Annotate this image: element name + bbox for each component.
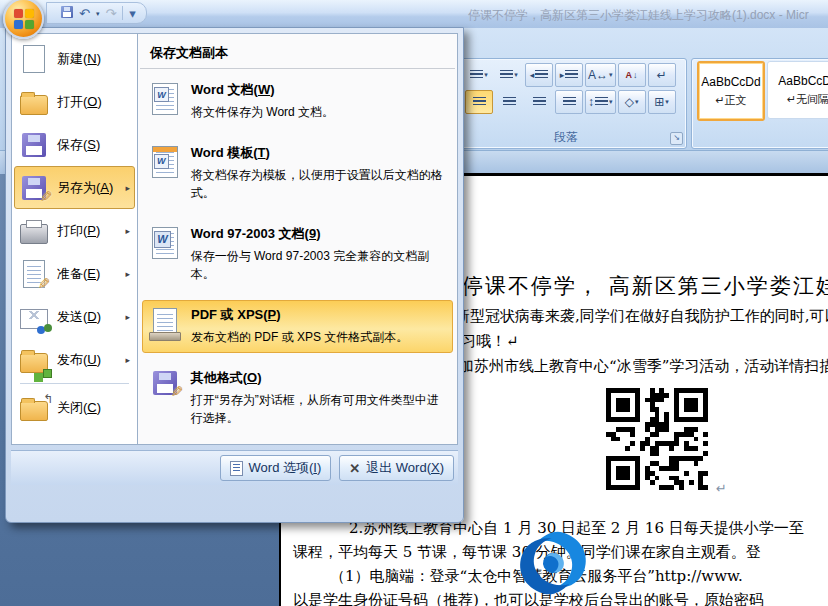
- submenu-arrow-icon: ▸: [125, 226, 130, 236]
- submenu-item-pdf-xps[interactable]: PDF 或 XPS(P) 发布文档的 PDF 或 XPS 文件格式副本。: [142, 300, 453, 353]
- increase-indent-button[interactable]: ▸: [555, 63, 583, 87]
- new-document-icon: [19, 45, 49, 73]
- submenu-item-word-template[interactable]: W Word 模板(T) 将文档保存为模板，以便用于设置以后文档的格式。: [142, 138, 453, 209]
- printer-icon: [19, 218, 49, 244]
- menu-item-new[interactable]: 新建(N): [14, 37, 135, 80]
- submenu-arrow-icon: ▸: [125, 183, 130, 193]
- close-folder-icon: ↰: [19, 395, 49, 421]
- styles-group: AaBbCcDd ↵正文 AaBbCcDd ↵无间隔: [691, 58, 828, 149]
- save-floppy-icon: [19, 133, 49, 157]
- paragraph-group: ▾ ▾ ◂ ▸ A↔▾ A↓ ↵ ↕▾ ◇▾ ⊞▾ 段落 ↘: [459, 58, 687, 149]
- prepare-icon: ✎: [19, 260, 49, 288]
- pdf-xps-icon: [149, 306, 181, 347]
- publish-icon: [19, 347, 49, 373]
- submenu-arrow-icon: ▸: [125, 355, 130, 365]
- save-icon[interactable]: [61, 6, 73, 20]
- word-document-icon: W: [149, 81, 181, 122]
- close-x-icon: ✕: [349, 461, 360, 476]
- submenu-item-word-97-2003[interactable]: W Word 97-2003 文档(9) 保存一份与 Word 97-2003 …: [142, 219, 453, 290]
- exit-word-button[interactable]: ✕ 退出 Word(X): [339, 455, 454, 481]
- align-right-button[interactable]: [495, 90, 523, 114]
- distributed-button[interactable]: [555, 90, 583, 114]
- menu-item-publish[interactable]: 发布(U) ▸: [14, 338, 135, 381]
- style-no-spacing[interactable]: AaBbCcDd ↵无间隔: [767, 61, 828, 119]
- open-folder-icon: [19, 89, 49, 115]
- send-icon: [19, 305, 49, 329]
- undo-dropdown-icon[interactable]: ▾: [96, 10, 100, 17]
- video-watermark-icon: [511, 525, 595, 601]
- menu-item-close[interactable]: ↰ 关闭(C): [14, 386, 135, 429]
- options-icon: [230, 461, 243, 476]
- other-formats-icon: ✎: [149, 369, 181, 428]
- document-heading: 停课不停学， 高新区第三小学娄江娃线上学: [462, 272, 828, 300]
- paragraph-group-label: 段落: [460, 129, 672, 146]
- word-template-icon: W: [149, 144, 181, 203]
- show-hide-paragraph-button[interactable]: ↵: [648, 63, 676, 87]
- menu-item-print[interactable]: 打印(P) ▸: [14, 209, 135, 252]
- paragraph-mark: ↵: [716, 481, 727, 496]
- document-line: 加苏州市线上教育中心“冰雪季”学习活动，活动详情扫描二: [459, 357, 828, 376]
- document-line: 习哦！↵: [461, 332, 519, 351]
- word-97-2003-icon: W: [149, 225, 181, 284]
- submenu-arrow-icon: ▸: [125, 269, 130, 279]
- save-as-icon: ✎: [19, 176, 49, 200]
- sort-button[interactable]: A↓: [618, 63, 646, 87]
- multilevel-list-button[interactable]: ▾: [495, 63, 523, 87]
- submenu-header: 保存文档副本: [150, 44, 445, 62]
- word-application-window: ↶ ▾ ↷ ▾ 停课不停学，高新区第三小学娄江娃线上学习攻略(1).docx -…: [0, 0, 828, 606]
- word-options-button[interactable]: Word 选项(I): [220, 455, 332, 481]
- document-line: 新型冠状病毒来袭,同学们在做好自我防护工作的同时,可以: [455, 307, 828, 326]
- character-scaling-button[interactable]: A↔▾: [585, 63, 616, 87]
- submenu-separator: [140, 68, 455, 69]
- window-title: 停课不停学，高新区第三小学娄江娃线上学习攻略(1).docx - Micr: [468, 7, 809, 24]
- menu-item-send[interactable]: 发送(D) ▸: [14, 295, 135, 338]
- qat-customize-icon[interactable]: ▾: [129, 7, 136, 20]
- save-as-submenu: 保存文档副本 W Word 文档(W) 将文件保存为 Word 文档。 W: [137, 33, 458, 445]
- office-button[interactable]: [3, 0, 44, 39]
- justify-button[interactable]: [525, 90, 553, 114]
- redo-icon[interactable]: ↷: [105, 7, 116, 20]
- title-bar: ↶ ▾ ↷ ▾ 停课不停学，高新区第三小学娄江娃线上学习攻略(1).docx -…: [0, 0, 828, 29]
- numbered-list-button[interactable]: ▾: [465, 63, 493, 87]
- office-menu-footer: Word 选项(I) ✕ 退出 Word(X): [11, 450, 458, 485]
- align-center-button[interactable]: [465, 90, 493, 114]
- line-spacing-button[interactable]: ↕▾: [585, 90, 616, 114]
- office-menu: 新建(N) 打开(O) 保存(S) ✎ 另存为(A) ▸ 打印(P): [5, 27, 464, 523]
- undo-icon[interactable]: ↶: [79, 7, 90, 20]
- submenu-item-other-formats[interactable]: ✎ 其他格式(O) 打开“另存为”对话框，从所有可用文件类型中进行选择。: [142, 363, 453, 434]
- qat-separator: [122, 6, 123, 20]
- submenu-arrow-icon: ▸: [125, 312, 130, 322]
- paragraph-dialog-launcher-icon[interactable]: ↘: [670, 132, 683, 145]
- shading-button[interactable]: ◇▾: [618, 90, 646, 114]
- style-normal[interactable]: AaBbCcDd ↵正文: [697, 61, 765, 121]
- menu-divider: [20, 383, 129, 384]
- menu-item-save-as[interactable]: ✎ 另存为(A) ▸: [14, 166, 135, 209]
- office-menu-left-pane: 新建(N) 打开(O) 保存(S) ✎ 另存为(A) ▸ 打印(P): [11, 33, 137, 445]
- decrease-indent-button[interactable]: ◂: [525, 63, 553, 87]
- menu-item-save[interactable]: 保存(S): [14, 123, 135, 166]
- office-logo-icon: [14, 9, 23, 18]
- submenu-item-word-document[interactable]: W Word 文档(W) 将文件保存为 Word 文档。: [142, 75, 453, 128]
- menu-item-prepare[interactable]: ✎ 准备(E) ▸: [14, 252, 135, 295]
- quick-access-toolbar: ↶ ▾ ↷ ▾: [46, 2, 147, 24]
- menu-item-open[interactable]: 打开(O): [14, 80, 135, 123]
- qr-code-image: [601, 383, 713, 495]
- borders-button[interactable]: ⊞▾: [648, 90, 676, 114]
